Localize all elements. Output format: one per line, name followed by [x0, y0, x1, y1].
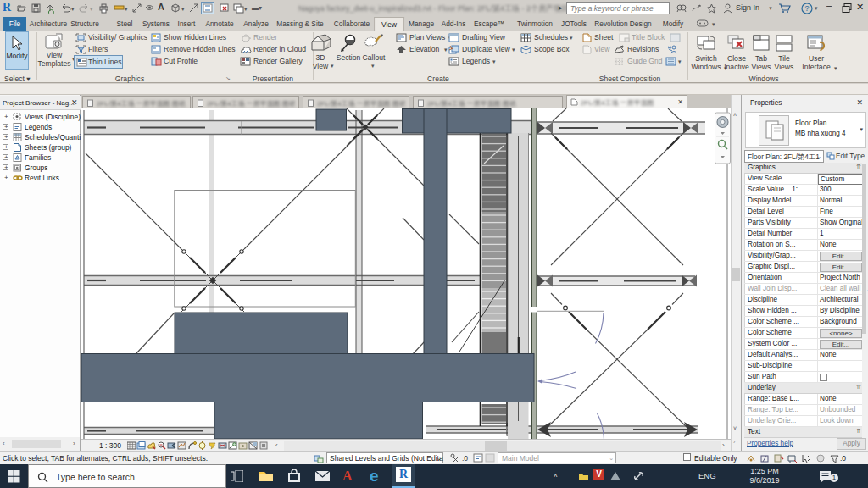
- svg-text:?: ?: [805, 4, 810, 13]
